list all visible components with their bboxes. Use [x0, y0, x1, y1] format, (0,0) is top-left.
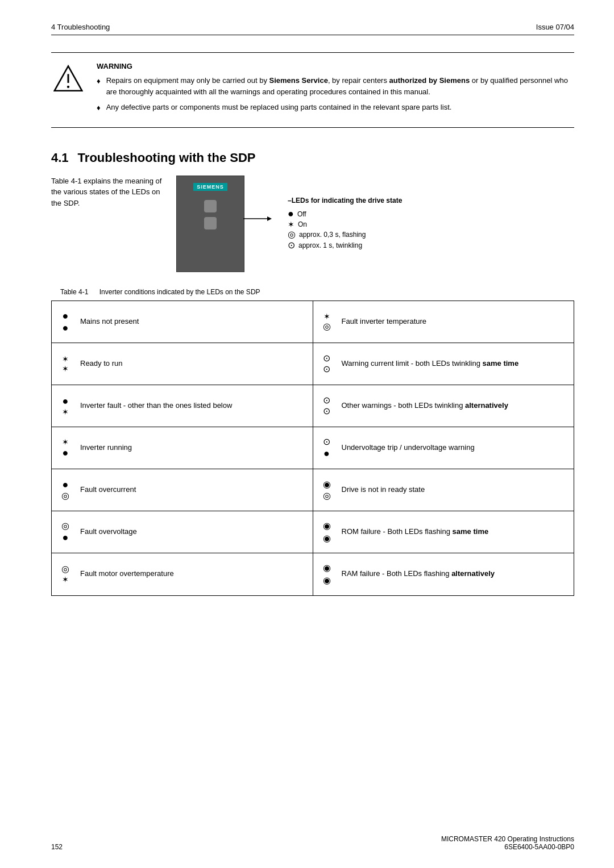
warning-list: Repairs on equipment may only be carried… — [97, 75, 574, 114]
footer-product: MICROMASTER 420 Operating Instructions — [441, 835, 574, 843]
led-off-symbol: ● — [288, 208, 294, 220]
legend-off: ● Off — [288, 208, 402, 220]
svg-marker-4 — [267, 216, 272, 221]
warning-icon — [51, 62, 85, 94]
table-caption-num: Table 4-1 — [60, 288, 88, 296]
sdp-description-area: Table 4-1 explains the meaning of the va… — [51, 176, 574, 272]
row-icons: ● ✶ — [56, 396, 74, 416]
row-text: Undervoltage trip / undervoltage warning — [342, 443, 570, 453]
led-on-label: On — [298, 220, 307, 228]
led-sym: ◉ — [323, 562, 331, 573]
led-sym: ● — [63, 396, 69, 406]
table-row: ● ● Mains not present — [52, 301, 313, 343]
row-text: Fault overvoltage — [80, 527, 308, 537]
led-sym: ⊙ — [323, 365, 330, 374]
sdp-device: SIEMENS — [176, 176, 244, 272]
row-icons: ◉ ◉ — [318, 562, 336, 586]
row-icons: ◎ ✶ — [56, 565, 74, 583]
page-header: 4 Troubleshooting Issue 07/04 — [51, 23, 574, 35]
led-sym: ⊙ — [323, 396, 330, 405]
table-row: ⊙ ● Undervoltage trip / undervoltage war… — [313, 427, 574, 469]
table-row: ● ◎ Fault overcurrent — [52, 469, 313, 511]
led-circles — [204, 200, 217, 229]
row-icons: ◉ ◉ — [318, 520, 336, 544]
led-sym: ◎ — [61, 491, 69, 500]
led-sym: ● — [63, 479, 69, 490]
row-text: Warning current limit - both LEDs twinkl… — [342, 358, 570, 369]
table-row: ◎ ✶ Fault motor overtemperature — [52, 553, 313, 595]
led-twinkle-label: approx. 1 s, twinkling — [298, 241, 362, 249]
header-left: 4 Troubleshooting — [51, 23, 110, 31]
row-text: Fault inverter temperature — [342, 316, 570, 327]
legend-flash: ◎ approx. 0,3 s, flashing — [288, 229, 402, 240]
row-text: RAM failure - Both LEDs flashing alterna… — [342, 569, 570, 579]
table-row: ✶ ✶ Ready to run — [52, 343, 313, 385]
row-text: Drive is not in ready state — [342, 485, 570, 495]
legend-twinkle: ⊙ approx. 1 s, twinkling — [288, 240, 402, 251]
row-text: Mains not present — [80, 316, 308, 327]
led-sym: ● — [63, 323, 69, 333]
legend-on: ✶ On — [288, 220, 402, 229]
led-top — [204, 200, 217, 212]
header-right: Issue 07/04 — [536, 23, 574, 31]
row-text: Fault overcurrent — [80, 485, 308, 495]
table-row: ◉ ◎ Drive is not in ready state — [313, 469, 574, 511]
row-text: Fault motor overtemperature — [80, 569, 308, 579]
led-sym: ⊙ — [323, 407, 330, 416]
led-sym: ● — [63, 311, 69, 321]
warning-box: WARNING Repairs on equipment may only be… — [51, 52, 574, 128]
section-title-row: 4.1 Troubleshooting with the SDP — [51, 151, 574, 165]
table-row: ◉ ◉ ROM failure - Both LEDs flashing sam… — [313, 511, 574, 553]
conditions-right-col: ✶ ◎ Fault inverter temperature ⊙ ⊙ Warni… — [313, 301, 574, 595]
led-sym: ✶ — [62, 365, 69, 373]
table-row: ✶ ● Inverter running — [52, 427, 313, 469]
led-sym: ● — [63, 448, 69, 458]
row-icons: ◎ ● — [56, 521, 74, 542]
led-twinkle-symbol: ⊙ — [288, 240, 295, 251]
led-sym: ◎ — [323, 322, 331, 331]
led-sym: ◎ — [323, 491, 331, 500]
led-sym: ✶ — [62, 575, 69, 583]
table-row: ✶ ◎ Fault inverter temperature — [313, 301, 574, 343]
warning-title: WARNING — [97, 62, 574, 70]
led-sym: ◎ — [61, 521, 69, 531]
conditions-table: ● ● Mains not present ✶ ✶ Ready to run ●… — [51, 301, 574, 596]
led-sym: ✶ — [62, 355, 69, 363]
led-sym: ✶ — [62, 438, 69, 446]
row-icons: ⊙ ● — [318, 437, 336, 458]
table-row: ◎ ● Fault overvoltage — [52, 511, 313, 553]
led-sym: ⊙ — [323, 354, 330, 363]
led-sym: ✶ — [62, 408, 69, 416]
conditions-left-col: ● ● Mains not present ✶ ✶ Ready to run ●… — [52, 301, 313, 595]
row-icons: ● ● — [56, 311, 74, 333]
warning-content: WARNING Repairs on equipment may only be… — [97, 62, 574, 118]
row-text: Inverter running — [80, 443, 308, 453]
row-text: Inverter fault - other than the ones lis… — [80, 400, 308, 411]
warning-item-1: Repairs on equipment may only be carried… — [97, 75, 574, 97]
table-caption-text: Inverter conditions indicated by the LED… — [99, 288, 260, 296]
page-footer: 152 MICROMASTER 420 Operating Instructio… — [51, 835, 574, 851]
led-sym: ◉ — [323, 479, 331, 490]
warning-item-2: Any defective parts or components must b… — [97, 102, 574, 114]
led-sym: ◉ — [323, 533, 331, 544]
table-caption: Table 4-1 Inverter conditions indicated … — [51, 288, 574, 296]
led-sym: ⊙ — [323, 437, 330, 446]
page-number: 152 — [51, 843, 63, 851]
section-number: 4.1 — [51, 151, 69, 165]
table-row: ◉ ◉ RAM failure - Both LEDs flashing alt… — [313, 553, 574, 595]
led-flash-label: approx. 0,3 s, flashing — [299, 231, 366, 239]
sdp-legend: –LEDs for indicating the drive state ● O… — [288, 197, 402, 251]
led-sym: ● — [323, 448, 330, 458]
led-sym: ◎ — [61, 565, 69, 574]
led-sym: ◉ — [323, 520, 331, 531]
row-icons: ● ◎ — [56, 479, 74, 500]
row-icons: ✶ ✶ — [56, 355, 74, 373]
sdp-image-area: SIEMENS –LEDs for indicating the drive s… — [176, 176, 402, 272]
led-on-symbol: ✶ — [288, 220, 294, 229]
footer-code: 6SE6400-5AA00-0BP0 — [441, 843, 574, 851]
row-text: ROM failure - Both LEDs flashing same ti… — [342, 527, 570, 537]
legend-title: –LEDs for indicating the drive state — [288, 197, 402, 205]
section-title: Troubleshooting with the SDP — [78, 151, 256, 165]
led-off-label: Off — [297, 210, 306, 218]
led-sym: ◉ — [323, 575, 331, 586]
